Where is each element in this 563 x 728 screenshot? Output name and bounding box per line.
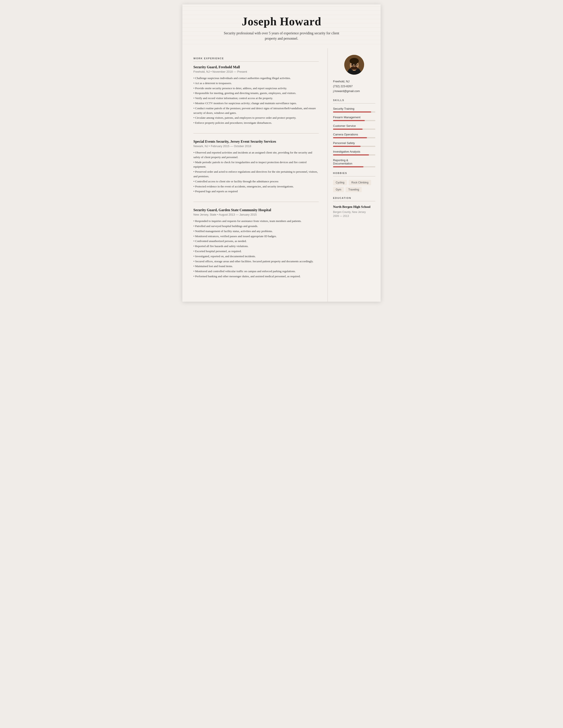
bullet: • Maintained lost and found items.	[193, 264, 319, 269]
bullet: • Notified management of facility status…	[193, 229, 319, 234]
skill-item-2: Firearm Management	[333, 116, 375, 121]
skill-bar-fill-6	[333, 154, 369, 155]
job-1: Security Guard, Freehold Mall Freehold, …	[193, 65, 319, 133]
work-experience-divider	[193, 61, 319, 62]
education-divider	[333, 201, 375, 201]
bullet: • Reported all fire hazards and safety v…	[193, 244, 319, 249]
job-2-bullets: • Observed and reported activities and i…	[193, 150, 319, 194]
skill-name-1: Security Training	[333, 107, 375, 110]
hobby-tags: Cycling Rock Climbing Gym Traveling	[333, 180, 375, 192]
bullet: • Performed banking and other messenger …	[193, 274, 319, 279]
skill-bar-bg-6	[333, 154, 375, 155]
contact-phone: (732) 223-8267	[333, 84, 375, 89]
work-experience-label: WORK EXPERIENCE	[193, 57, 319, 60]
contact-email: j.howard@gmail.com	[333, 89, 375, 94]
hobby-rock-climbing: Rock Climbing	[349, 180, 371, 185]
hobby-traveling: Traveling	[346, 187, 362, 192]
job-3-bullets: • Responded to inquiries and requests fo…	[193, 219, 319, 279]
job-1-meta: Freehold, NJ • November 2018 — Present	[193, 70, 319, 73]
skill-item-5: Personnel Safety	[333, 141, 375, 147]
bullet: • Protected evidence in the event of acc…	[193, 184, 319, 189]
bullet: • Monitor CCTV monitors for suspicious a…	[193, 101, 319, 106]
skill-name-7: Reporting &Documentation	[333, 159, 375, 165]
hobby-cycling: Cycling	[333, 180, 347, 185]
skill-name-2: Firearm Management	[333, 116, 375, 119]
left-column: WORK EXPERIENCE Security Guard, Freehold…	[182, 48, 328, 302]
job-3: Security Guard, Garden State Community H…	[193, 208, 319, 287]
bullet: • Challenge suspicious individuals and c…	[193, 76, 319, 81]
job-1-title: Security Guard, Freehold Mall	[193, 65, 319, 69]
education-location: Bergen County, New Jersey	[333, 210, 375, 214]
bullet: • Provide onsite security presence to de…	[193, 86, 319, 91]
bullet: • Made periodic patrols to check for irr…	[193, 160, 319, 169]
education-label: EDUCATION	[333, 197, 375, 199]
job-2-title: Special Events Security, Jersey Event Se…	[193, 140, 319, 144]
skill-bar-fill-4	[333, 137, 367, 138]
svg-point-6	[350, 60, 358, 63]
bullet: • Circulate among visitors, patrons, and…	[193, 116, 319, 120]
avatar-container	[333, 55, 375, 75]
bullet: • Controlled access to client site or fa…	[193, 179, 319, 184]
contact-info: Freehold, NJ (732) 223-8267 j.howard@gma…	[333, 79, 375, 94]
skill-bar-bg-3	[333, 129, 375, 130]
skill-item-7: Reporting &Documentation	[333, 159, 375, 167]
skill-name-3: Customer Service	[333, 124, 375, 127]
resume-container: Joseph Howard Security professional with…	[182, 4, 381, 302]
bullet: • Observed and reported activities and i…	[193, 150, 319, 160]
contact-location: Freehold, NJ	[333, 79, 375, 84]
job-3-title: Security Guard, Garden State Community H…	[193, 208, 319, 212]
bullet: • Secured offices, storage areas and oth…	[193, 259, 319, 264]
bullet: • Patrolled and surveyed hospital buildi…	[193, 224, 319, 229]
bullet: • Monitored and controlled vehicular tra…	[193, 269, 319, 274]
skill-name-4: Camera Operations	[333, 133, 375, 136]
bullet: • Responded to inquiries and requests fo…	[193, 219, 319, 224]
skill-item-3: Customer Service	[333, 124, 375, 130]
skill-bar-bg-2	[333, 120, 375, 121]
bullet: • Act as a deterrent to trespassers.	[193, 81, 319, 86]
svg-point-8	[352, 64, 353, 66]
right-column: Freehold, NJ (732) 223-8267 j.howard@gma…	[328, 48, 381, 302]
skill-item-4: Camera Operations	[333, 133, 375, 138]
hobbies-divider	[333, 176, 375, 176]
education-years: 2009 — 2013	[333, 214, 375, 218]
hobby-gym: Gym	[333, 187, 344, 192]
skill-bar-bg-5	[333, 146, 375, 147]
bullet: • Escorted hospital personnel, as requir…	[193, 249, 319, 254]
bullet: • Preserved order and acted to enforce r…	[193, 170, 319, 179]
svg-point-15	[354, 66, 355, 67]
svg-point-9	[355, 64, 356, 66]
bullet: • Enforce property policies and procedur…	[193, 121, 319, 125]
skill-bar-bg-4	[333, 137, 375, 138]
skill-bar-bg-1	[333, 111, 375, 113]
skill-bar-fill-1	[333, 111, 371, 113]
hobbies-section: HOBBIES Cycling Rock Climbing Gym Travel…	[333, 172, 375, 192]
header-section: Joseph Howard Security professional with…	[182, 4, 381, 48]
bullet: • Prepared logs and reports as required	[193, 189, 319, 194]
education-section: EDUCATION North Bergen High School Berge…	[333, 197, 375, 218]
skill-item-1: Security Training	[333, 107, 375, 113]
bullet: • Verify and record visitor information;…	[193, 96, 319, 101]
main-layout: WORK EXPERIENCE Security Guard, Freehold…	[182, 48, 381, 302]
job-2-meta: Newark, NJ • February 2015 — October 201…	[193, 144, 319, 148]
bullet: • Conduct routine patrols of the premise…	[193, 106, 319, 115]
bullet: • Investigated, reported on, and documen…	[193, 254, 319, 259]
skill-name-6: Investigative Analysis	[333, 150, 375, 153]
candidate-tagline: Security professional with over 5 years …	[196, 31, 367, 41]
education-school: North Bergen High School	[333, 205, 375, 209]
bullet: • Responsible for meeting, greeting and …	[193, 91, 319, 96]
skill-bar-bg-7	[333, 166, 375, 167]
skill-bar-fill-3	[333, 129, 363, 130]
bullet: • Confronted unauthorized persons, as ne…	[193, 239, 319, 244]
skill-item-6: Investigative Analysis	[333, 150, 375, 155]
job-1-bullets: • Challenge suspicious individuals and c…	[193, 76, 319, 125]
job-3-meta: New Jersey, State • August 2013 — Januar…	[193, 213, 319, 216]
skill-bar-fill-5	[333, 146, 361, 147]
hobbies-label: HOBBIES	[333, 172, 375, 174]
job-2: Special Events Security, Jersey Event Se…	[193, 140, 319, 202]
skill-name-5: Personnel Safety	[333, 141, 375, 145]
skill-bar-fill-7	[333, 166, 363, 167]
avatar	[344, 55, 364, 75]
candidate-name: Joseph Howard	[196, 15, 367, 28]
skills-label: SKILLS	[333, 99, 375, 102]
skill-bar-fill-2	[333, 120, 365, 121]
